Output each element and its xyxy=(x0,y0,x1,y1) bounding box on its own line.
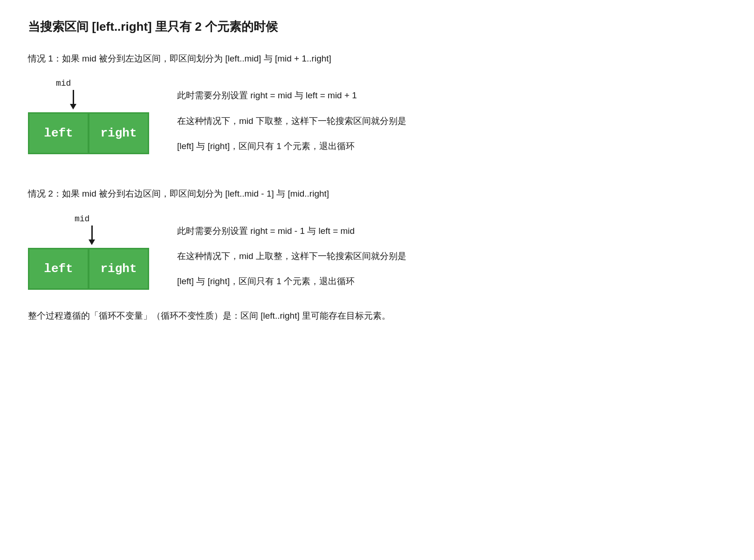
case2-arrow-head xyxy=(89,239,95,245)
case1-diagram: mid left right xyxy=(28,79,149,154)
footer-text: 整个过程遵循的「循环不变量」（循环不变性质）是：区间 [left..right]… xyxy=(28,308,726,323)
case1-desc2: 在这种情况下，mid 下取整，这样下一轮搜索区间就分别是 xyxy=(177,114,726,129)
case2-arrow-shaft xyxy=(91,225,93,239)
case1-cell-left: left xyxy=(28,112,89,154)
case2-diagram: mid left right xyxy=(28,214,149,290)
case2-mid-label: mid xyxy=(75,214,89,224)
case1-arrow xyxy=(70,90,76,109)
case1-cells: left right xyxy=(28,112,149,154)
case2-description: 此时需要分别设置 right = mid - 1 与 left = mid 在这… xyxy=(177,214,726,289)
page-container: 当搜索区间 [left..right] 里只有 2 个元素的时候 情况 1：如果… xyxy=(28,19,726,323)
case1-header: 情况 1：如果 mid 被分到左边区间，即区间划分为 [left..mid] 与… xyxy=(28,52,726,66)
case2-arrow xyxy=(89,225,95,245)
case2-cell-right: right xyxy=(89,248,149,290)
case1-section: 情况 1：如果 mid 被分到左边区间，即区间划分为 [left..mid] 与… xyxy=(28,52,726,154)
case1-block: mid left right 此时需要分别设置 right = mid 与 le… xyxy=(28,79,726,154)
case2-cells: left right xyxy=(28,248,149,290)
case2-cell-left: left xyxy=(28,248,89,290)
case1-mid-label: mid xyxy=(56,79,71,88)
case1-desc3: [left] 与 [right]，区间只有 1 个元素，退出循环 xyxy=(177,139,726,154)
case2-desc1: 此时需要分别设置 right = mid - 1 与 left = mid xyxy=(177,224,726,239)
case1-desc1: 此时需要分别设置 right = mid 与 left = mid + 1 xyxy=(177,88,726,103)
page-title: 当搜索区间 [left..right] 里只有 2 个元素的时候 xyxy=(28,19,726,35)
case1-cell-right: right xyxy=(89,112,149,154)
case2-desc2: 在这种情况下，mid 上取整，这样下一轮搜索区间就分别是 xyxy=(177,249,726,264)
case2-desc3: [left] 与 [right]，区间只有 1 个元素，退出循环 xyxy=(177,274,726,289)
case1-arrow-head xyxy=(70,104,76,109)
divider1 xyxy=(28,173,726,187)
case1-arrow-shaft xyxy=(73,90,74,104)
case2-section: 情况 2：如果 mid 被分到右边区间，即区间划分为 [left..mid - … xyxy=(28,187,726,289)
case1-description: 此时需要分别设置 right = mid 与 left = mid + 1 在这… xyxy=(177,79,726,154)
case2-header: 情况 2：如果 mid 被分到右边区间，即区间划分为 [left..mid - … xyxy=(28,187,726,201)
case2-block: mid left right 此时需要分别设置 right = mid - 1 … xyxy=(28,214,726,290)
